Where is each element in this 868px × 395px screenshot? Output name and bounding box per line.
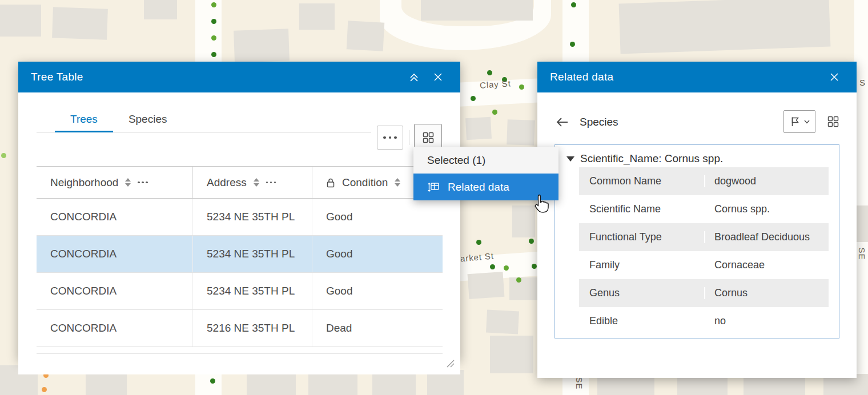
table-row[interactable]: CONCORDIA5234 NE 35TH PLGood bbox=[37, 199, 443, 236]
related-data-icon bbox=[427, 182, 440, 193]
grid-icon bbox=[827, 115, 839, 128]
field-label: Functional Type bbox=[579, 231, 704, 243]
group-header[interactable]: Scientific_Name: Cornus spp. bbox=[555, 145, 839, 165]
tab-bar: Trees Species bbox=[37, 107, 371, 132]
flag-icon bbox=[790, 116, 800, 127]
flag-dropdown-button[interactable] bbox=[783, 110, 815, 133]
field-label: Edible bbox=[579, 315, 704, 327]
close-icon[interactable] bbox=[825, 67, 844, 87]
cell-condition: Good bbox=[312, 273, 443, 309]
street-label: S bbox=[859, 78, 866, 87]
table-row[interactable]: CONCORDIA5234 NE 35TH PLGood bbox=[37, 236, 443, 273]
table-header-row: Neighborhood Address bbox=[37, 166, 443, 199]
related-data-body: Species bbox=[537, 92, 857, 378]
map[interactable]: Clay Starket StSSESE Tree Table Trees Sp… bbox=[0, 0, 868, 395]
field-row: Functional TypeBroadleaf Deciduous bbox=[579, 223, 829, 251]
tree-table-title: Tree Table bbox=[31, 71, 83, 83]
field-row: FamilyCornaceae bbox=[579, 251, 829, 279]
cursor-pointer bbox=[533, 194, 550, 216]
sort-icon[interactable] bbox=[125, 178, 131, 187]
cell-condition: Dead bbox=[312, 310, 443, 346]
tree-table-rows: CONCORDIA5234 NE 35TH PLGoodCONCORDIA523… bbox=[37, 199, 443, 347]
cell-neighborhood: CONCORDIA bbox=[37, 236, 193, 272]
tab-species[interactable]: Species bbox=[113, 107, 183, 132]
field-value: dogwood bbox=[704, 175, 829, 187]
cell-neighborhood: CONCORDIA bbox=[37, 273, 193, 309]
cell-neighborhood: CONCORDIA bbox=[37, 310, 193, 346]
chevron-down-icon bbox=[804, 120, 810, 124]
cell-neighborhood: CONCORDIA bbox=[37, 199, 193, 235]
tree-table-window: Tree Table Trees Species bbox=[18, 62, 460, 360]
cell-address: 5234 NE 35TH PL bbox=[193, 236, 312, 272]
tree-table-body: Trees Species bbox=[18, 107, 460, 374]
table-row[interactable]: CONCORDIA5234 NE 35TH PLGood bbox=[37, 273, 443, 310]
related-data-header[interactable]: Related data bbox=[537, 62, 857, 92]
field-label: Genus bbox=[579, 287, 704, 299]
field-row: Common Namedogwood bbox=[579, 167, 829, 195]
street-label: SE bbox=[857, 248, 867, 260]
attribute-table: Neighborhood Address bbox=[37, 166, 443, 354]
column-label: Neighborhood bbox=[50, 176, 118, 189]
column-label: Condition bbox=[342, 176, 388, 189]
ellipsis-icon bbox=[383, 136, 397, 139]
tab-trees[interactable]: Trees bbox=[55, 107, 113, 132]
column-menu-icon[interactable] bbox=[266, 182, 276, 184]
field-value: Cornus spp. bbox=[704, 203, 829, 215]
field-label: Family bbox=[579, 259, 704, 271]
related-data-title: Related data bbox=[550, 71, 613, 83]
group-title: Scientific_Name: Cornus spp. bbox=[580, 152, 723, 165]
sort-icon[interactable] bbox=[395, 178, 400, 187]
grid-icon bbox=[422, 131, 435, 144]
field-value: Broadleaf Deciduous bbox=[704, 231, 829, 243]
related-options-button[interactable] bbox=[825, 113, 842, 130]
related-data-window: Related data Species bbox=[537, 62, 857, 378]
cell-address: 5216 NE 35TH PL bbox=[193, 310, 312, 346]
resize-handle[interactable] bbox=[445, 358, 455, 370]
table-tail bbox=[37, 347, 443, 354]
cell-condition: Good bbox=[312, 236, 443, 272]
menu-item-label: Selected (1) bbox=[427, 154, 485, 167]
column-header-neighborhood[interactable]: Neighborhood bbox=[37, 167, 193, 198]
street-label: Clay St bbox=[479, 78, 511, 90]
field-value: Cornus bbox=[704, 287, 829, 299]
collapse-icon[interactable] bbox=[404, 67, 424, 87]
field-row: GenusCornus bbox=[579, 279, 829, 307]
menu-item-selected[interactable]: Selected (1) bbox=[413, 147, 558, 174]
related-record-group: Scientific_Name: Cornus spp. Common Name… bbox=[554, 144, 839, 338]
back-arrow-icon[interactable] bbox=[554, 115, 569, 129]
related-fields: Common NamedogwoodScientific NameCornus … bbox=[579, 167, 829, 335]
cell-address: 5234 NE 35TH PL bbox=[193, 199, 312, 235]
menu-item-label: Related data bbox=[448, 181, 509, 194]
field-value: no bbox=[704, 315, 829, 327]
street-label: SE bbox=[574, 377, 584, 390]
field-label: Common Name bbox=[579, 175, 704, 187]
cell-address: 5234 NE 35TH PL bbox=[193, 273, 312, 309]
sort-icon[interactable] bbox=[254, 178, 259, 187]
toolbar-divider bbox=[409, 130, 409, 145]
close-icon[interactable] bbox=[428, 67, 448, 87]
caret-down-icon bbox=[566, 156, 574, 162]
table-row[interactable]: CONCORDIA5216 NE 35TH PLDead bbox=[37, 310, 443, 347]
field-label: Scientific Name bbox=[579, 203, 704, 215]
field-row: Scientific NameCornus spp. bbox=[579, 195, 829, 223]
related-layer-name: Species bbox=[580, 116, 618, 128]
field-row: Edibleno bbox=[579, 307, 829, 335]
column-label: Address bbox=[207, 176, 247, 189]
cell-condition: Good bbox=[312, 199, 443, 235]
column-menu-icon[interactable] bbox=[138, 182, 148, 184]
column-header-address[interactable]: Address bbox=[193, 167, 312, 198]
street-label: arket St bbox=[460, 251, 494, 263]
context-menu: Selected (1) Related data bbox=[413, 147, 558, 200]
field-value: Cornaceae bbox=[704, 259, 829, 271]
lock-icon bbox=[326, 178, 335, 188]
more-options-button[interactable] bbox=[377, 126, 403, 150]
tree-table-header[interactable]: Tree Table bbox=[18, 62, 460, 92]
